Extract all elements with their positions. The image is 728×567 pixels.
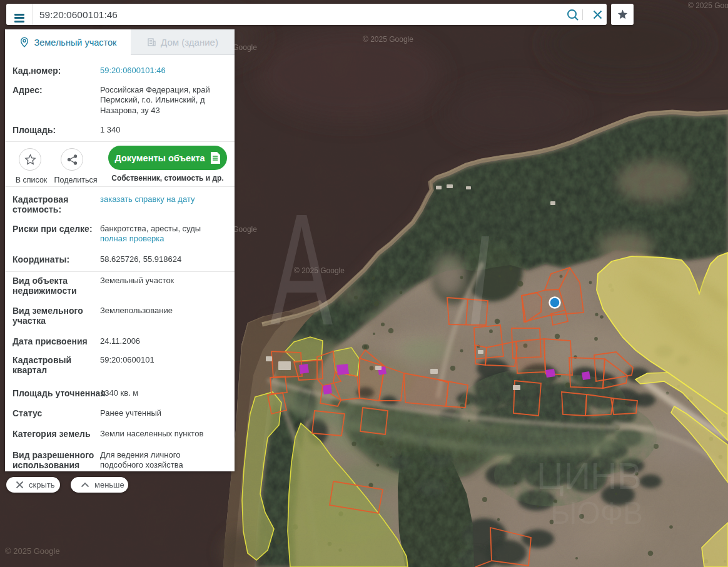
- svg-text:ЦИНВ: ЦИНВ: [537, 455, 642, 497]
- svg-text:© 2025 Google: © 2025 Google: [5, 546, 60, 556]
- svg-text:© 2025 Google: © 2025 Google: [363, 35, 413, 44]
- svg-text:© 2025 Goo: © 2025 Goo: [688, 1, 728, 10]
- svg-text:ЫОФВ: ЫОФВ: [550, 496, 643, 531]
- svg-text:© 2025 Google: © 2025 Google: [294, 266, 345, 275]
